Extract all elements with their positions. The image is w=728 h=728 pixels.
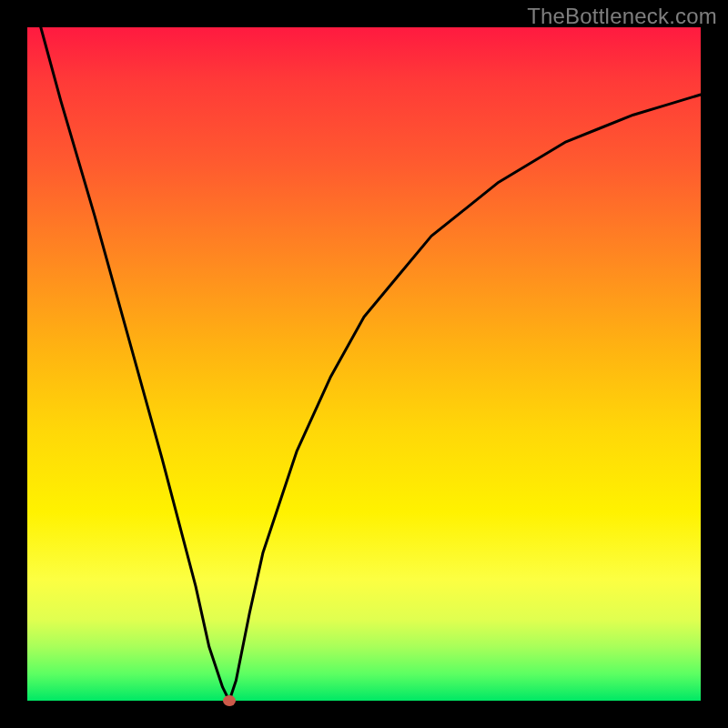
watermark-text: TheBottleneck.com (527, 4, 717, 29)
plot-area (27, 27, 701, 701)
minimum-marker-dot (223, 695, 236, 706)
curve-path (41, 27, 701, 701)
chart-frame: TheBottleneck.com (0, 0, 728, 728)
bottleneck-curve (27, 27, 701, 701)
